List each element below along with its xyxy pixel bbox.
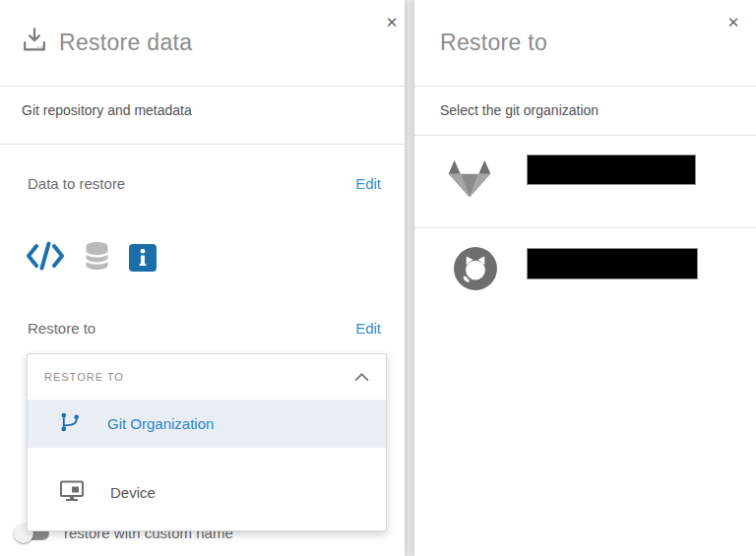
- restore-to-dialog: Restore to ✕ Select the git organization: [414, 0, 756, 556]
- org-row-github[interactable]: [414, 227, 756, 318]
- dropdown-option-device[interactable]: Device: [28, 468, 386, 517]
- dropdown-label: RESTORE TO: [44, 371, 124, 383]
- edit-data-to-restore-link[interactable]: Edit: [355, 175, 381, 192]
- dialog-title: Restore to: [440, 30, 547, 56]
- restore-download-icon: [20, 27, 49, 62]
- data-to-restore-label: Data to restore: [28, 175, 125, 192]
- git-branch-icon: [59, 410, 82, 438]
- database-icon: [83, 240, 111, 276]
- restore-to-dropdown: RESTORE TO: [27, 353, 387, 531]
- dialog-title: Restore data: [59, 30, 192, 56]
- edit-restore-to-link[interactable]: Edit: [355, 320, 381, 337]
- data-to-restore-row: Data to restore Edit: [28, 175, 381, 192]
- dialog-subtitle: Git repository and metadata: [22, 102, 192, 118]
- restore-to-row: Restore to Edit: [28, 320, 381, 337]
- org-row-gitlab[interactable]: [414, 135, 756, 228]
- close-icon[interactable]: ✕: [382, 13, 402, 32]
- org-name-redaction-bar: [527, 248, 698, 279]
- code-icon: [26, 240, 65, 276]
- dropdown-option-label: Device: [110, 484, 156, 501]
- chevron-up-icon[interactable]: [354, 368, 369, 386]
- subtitle-divider: [0, 144, 405, 145]
- header-divider: [414, 86, 756, 87]
- dropdown-option-label: Git Organization: [107, 415, 214, 432]
- close-icon[interactable]: ✕: [724, 13, 743, 32]
- github-avatar: [443, 239, 508, 298]
- org-name-redaction-bar: [527, 154, 696, 185]
- dropdown-option-git-organization[interactable]: Git Organization: [28, 400, 386, 448]
- dialog-subtitle: Select the git organization: [440, 102, 598, 118]
- restore-to-label: Restore to: [28, 320, 95, 337]
- restore-wizard-screen: Restore data ✕ Git repository and metada…: [0, 0, 756, 556]
- restore-data-dialog: Restore data ✕ Git repository and metada…: [0, 0, 405, 556]
- info-icon: [129, 244, 157, 272]
- device-monitor-icon: [59, 479, 85, 507]
- data-to-restore-icons: [26, 240, 157, 276]
- header-divider: [0, 86, 405, 87]
- dropdown-header[interactable]: RESTORE TO: [28, 354, 386, 400]
- gitlab-icon: [446, 156, 493, 206]
